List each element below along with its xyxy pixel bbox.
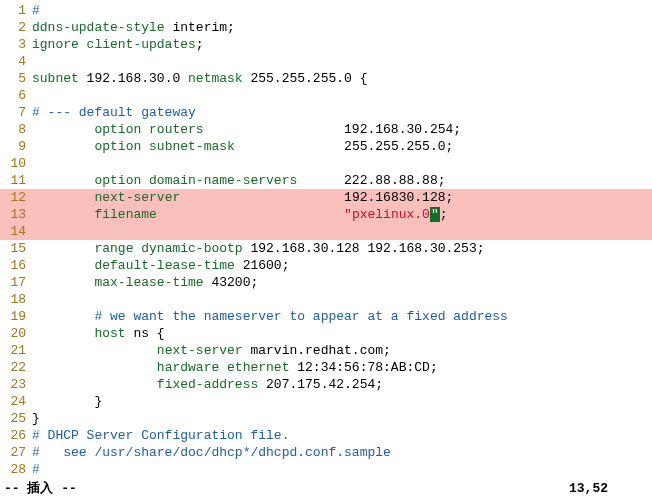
code-line[interactable]: 23 fixed-address 207.175.42.254; [0,376,652,393]
code-line[interactable]: 11 option domain-name-servers 222.88.88.… [0,172,652,189]
code-line[interactable]: 17 max-lease-time 43200; [0,274,652,291]
line-number: 15 [0,240,32,257]
code-content[interactable]: # --- default gateway [32,104,652,121]
line-number: 3 [0,36,32,53]
code-content[interactable]: default-lease-time 21600; [32,257,652,274]
code-content[interactable]: subnet 192.168.30.0 netmask 255.255.255.… [32,70,652,87]
line-number: 7 [0,104,32,121]
code-line[interactable]: 14 [0,223,652,240]
code-content[interactable]: hardware ethernet 12:34:56:78:AB:CD; [32,359,652,376]
line-number: 28 [0,461,32,478]
code-line[interactable]: 13 filename "pxelinux.0"; [0,206,652,223]
code-editor[interactable]: 1#2ddns-update-style interim;3ignore cli… [0,0,652,478]
code-content[interactable]: next-server marvin.redhat.com; [32,342,652,359]
code-line[interactable]: 21 next-server marvin.redhat.com; [0,342,652,359]
code-content[interactable]: fixed-address 207.175.42.254; [32,376,652,393]
code-line[interactable]: 1# [0,2,652,19]
line-number: 13 [0,206,32,223]
code-content[interactable]: option routers 192.168.30.254; [32,121,652,138]
code-line[interactable]: 28# [0,461,652,478]
code-content[interactable]: host ns { [32,325,652,342]
code-line[interactable]: 18 [0,291,652,308]
line-number: 26 [0,427,32,444]
line-number: 25 [0,410,32,427]
line-number: 27 [0,444,32,461]
line-number: 6 [0,87,32,104]
code-content[interactable]: # we want the nameserver to appear at a … [32,308,652,325]
code-line[interactable]: 2ddns-update-style interim; [0,19,652,36]
line-number: 23 [0,376,32,393]
line-number: 9 [0,138,32,155]
code-line[interactable]: 5subnet 192.168.30.0 netmask 255.255.255… [0,70,652,87]
line-number: 12 [0,189,32,206]
line-number: 10 [0,155,32,172]
code-line[interactable]: 25} [0,410,652,427]
code-line[interactable]: 10 [0,155,652,172]
code-content[interactable]: # [32,2,652,19]
line-number: 21 [0,342,32,359]
code-content[interactable] [32,53,652,70]
line-number: 17 [0,274,32,291]
code-line[interactable]: 22 hardware ethernet 12:34:56:78:AB:CD; [0,359,652,376]
line-number: 22 [0,359,32,376]
line-number: 8 [0,121,32,138]
code-content[interactable]: range dynamic-bootp 192.168.30.128 192.1… [32,240,652,257]
code-content[interactable]: ignore client-updates; [32,36,652,53]
code-content[interactable]: # see /usr/share/doc/dhcp*/dhcpd.conf.sa… [32,444,652,461]
code-line[interactable]: 27# see /usr/share/doc/dhcp*/dhcpd.conf.… [0,444,652,461]
code-content[interactable]: next-server 192.16830.128; [32,189,652,206]
line-number: 4 [0,53,32,70]
editor-mode: -- 插入 -- [4,480,569,497]
code-content[interactable]: option domain-name-servers 222.88.88.88; [32,172,652,189]
code-content[interactable]: filename "pxelinux.0"; [32,206,652,223]
status-bar: -- 插入 -- 13,52 [0,478,652,499]
line-number: 19 [0,308,32,325]
code-line[interactable]: 8 option routers 192.168.30.254; [0,121,652,138]
code-content[interactable]: } [32,410,652,427]
cursor-position: 13,52 [569,480,648,497]
code-content[interactable]: } [32,393,652,410]
line-number: 5 [0,70,32,87]
line-number: 14 [0,223,32,240]
line-number: 24 [0,393,32,410]
code-content[interactable] [32,155,652,172]
code-content[interactable] [32,87,652,104]
code-content[interactable]: option subnet-mask 255.255.255.0; [32,138,652,155]
code-line[interactable]: 6 [0,87,652,104]
code-line[interactable]: 9 option subnet-mask 255.255.255.0; [0,138,652,155]
line-number: 1 [0,2,32,19]
code-line[interactable]: 24 } [0,393,652,410]
code-line[interactable]: 20 host ns { [0,325,652,342]
code-line[interactable]: 4 [0,53,652,70]
code-line[interactable]: 19 # we want the nameserver to appear at… [0,308,652,325]
code-content[interactable] [32,291,652,308]
line-number: 20 [0,325,32,342]
code-line[interactable]: 12 next-server 192.16830.128; [0,189,652,206]
line-number: 16 [0,257,32,274]
code-content[interactable]: # [32,461,652,478]
code-content[interactable] [32,223,652,240]
code-content[interactable]: max-lease-time 43200; [32,274,652,291]
line-number: 11 [0,172,32,189]
line-number: 2 [0,19,32,36]
code-line[interactable]: 16 default-lease-time 21600; [0,257,652,274]
code-content[interactable]: # DHCP Server Configuration file. [32,427,652,444]
code-line[interactable]: 26# DHCP Server Configuration file. [0,427,652,444]
code-line[interactable]: 7# --- default gateway [0,104,652,121]
code-line[interactable]: 15 range dynamic-bootp 192.168.30.128 19… [0,240,652,257]
code-line[interactable]: 3ignore client-updates; [0,36,652,53]
code-content[interactable]: ddns-update-style interim; [32,19,652,36]
line-number: 18 [0,291,32,308]
